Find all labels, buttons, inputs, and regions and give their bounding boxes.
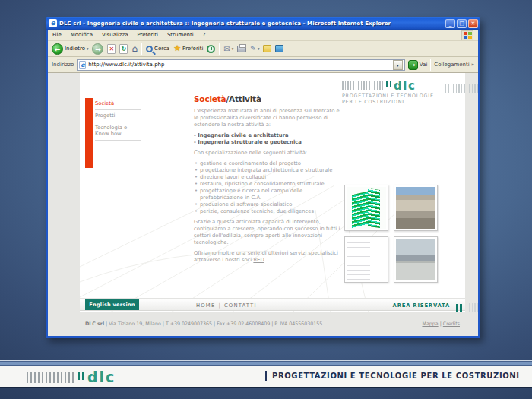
ie-page-icon: e [49,19,57,27]
favorites-label: Preferiti [182,46,203,52]
activity-bold-2: - Ingegneria strutturale e geotecnica [194,139,344,146]
go-label: Vai [420,62,427,68]
sidebar-item-tecnologia[interactable]: Tecnologia e Know how [95,122,141,141]
menubar: File Modifica Visualizza Preferiti Strum… [48,30,478,41]
address-url[interactable]: http://www.dlc.it/attivita.php [88,62,391,68]
page-title: Società/Attività [194,94,344,103]
link-separator: | [218,302,221,309]
list-item: progettazione e ricerca nel campo delle … [194,188,344,201]
activity-bold-1: - Ingegneria civile e architettura [194,132,344,139]
history-button[interactable] [207,45,215,53]
back-button[interactable]: ← Indietro ▾ [52,43,88,55]
browser-viewport: dlc PROGETTAZIONI E TECNOLOGIE PER LE CO… [48,73,478,336]
links-label: Collegamenti [434,62,469,68]
slide-footer-band: dlc PROGETTAZIONI E TECNOLOGIE PER LE CO… [0,366,532,387]
menu-item-preferiti[interactable]: Preferiti [137,32,157,38]
footer-logo-text: dlc [87,372,116,383]
red-link[interactable]: RED [253,257,264,263]
spec-intro: Con specializzazione nelle seguenti atti… [194,150,344,157]
window-title: DLC srl - Ingegneria civile e architettu… [59,21,445,27]
mail-caret-icon: ▾ [232,46,234,51]
minimize-button[interactable]: _ [445,19,455,28]
print-icon [237,46,246,52]
url-page-icon: e [79,61,86,69]
stop-button[interactable]: ✕ [107,44,116,54]
forward-button[interactable]: → [92,43,103,55]
thumbnail-structural-model[interactable] [344,185,388,231]
search-icon [146,46,153,52]
search-button[interactable]: Cerca [146,46,169,52]
links-chevron-icon: » [471,62,474,68]
history-icon [207,45,215,53]
logo-barcode-icon [342,81,385,90]
sidebar-item-societa[interactable]: Società [95,98,141,110]
footer-tagline: PROGETTAZIONI E TECNOLOGIE PER LE COSTRU… [272,372,520,380]
menu-item-help[interactable]: ? [203,32,206,38]
presentation-slide: e DLC srl - Ingegneria civile e architet… [0,0,532,399]
reserved-area-bars-icon [454,301,462,315]
footer-details: | Via Tiziano 19, Milano | T +39 0249007… [106,321,322,326]
messenger-icon [275,45,283,52]
menu-item-strumenti[interactable]: Strumenti [167,32,194,38]
nav-accent-bar [85,98,93,168]
site-tagline-line1: PROGETTAZIONI E TECNOLOGIE [342,93,465,99]
toolbar-separator [141,43,142,55]
address-dropdown-button[interactable]: ▾ [393,60,403,70]
contacts-link[interactable]: CONTATTI [224,302,257,309]
print-button[interactable] [237,46,246,52]
titlebar[interactable]: e DLC srl - Ingegneria civile e architet… [46,17,480,30]
sidebar-item-progetti[interactable]: Progetti [95,110,141,122]
outro-paragraph-2: Offriamo inoltre una serie di ulteriori … [194,250,344,264]
decor-stripes-top-right [445,84,478,93]
decor-stripes-bottom-right [467,303,478,312]
forward-icon: → [92,43,103,55]
thumbnail-building-photo-3[interactable] [394,236,438,283]
search-label: Cerca [154,46,169,52]
refresh-icon: ↻ [119,44,128,54]
credits-link[interactable]: Credits [443,321,460,326]
home-button[interactable]: ⌂ [131,44,138,54]
favorites-star-icon: ★ [173,44,181,53]
close-button[interactable]: ✕ [468,19,478,28]
list-item: gestione e coordinamento del progetto [194,160,344,167]
mail-icon: ✉ [223,45,230,53]
footer-navy-line [0,387,532,388]
thumbnail-building-photo-1[interactable] [394,185,438,231]
list-item: perizie, consulenze tecniche, due dilige… [194,208,344,215]
addressbar-separator [430,59,431,71]
project-thumbnails [344,185,438,283]
discuss-button[interactable] [263,45,271,52]
menu-item-visualizza[interactable]: Visualizza [102,32,128,38]
menu-item-modifica[interactable]: Modifica [71,32,93,38]
home-link[interactable]: HOME [196,302,215,309]
links-toolbar[interactable]: Collegamenti » [434,62,474,68]
go-button[interactable]: → Vai [408,60,427,70]
footer-company: DLC srl [85,321,104,326]
footer-link-separator: | [440,321,442,326]
map-link[interactable]: Mappa [422,321,438,326]
refresh-button[interactable]: ↻ [119,44,128,54]
main-content: Società/Attività L'esperienza maturata i… [194,94,344,268]
reserved-area-link[interactable]: AREA RISERVATA [393,302,450,309]
thumbnail-building-photo-2[interactable] [344,236,388,283]
site-logo-text: dlc [394,81,416,90]
footer-divider [265,371,267,381]
back-caret-icon: ▾ [87,46,89,51]
slide-footer-logo: dlc [27,369,116,383]
mail-button[interactable]: ✉ ▾ [223,45,233,53]
back-label: Indietro [65,46,85,52]
list-item: progettazione integrata architettonica e… [194,167,344,174]
footer-barcode-icon [27,372,75,383]
menu-item-file[interactable]: File [52,32,62,38]
favorites-button[interactable]: ★ Preferiti [173,44,203,53]
messenger-button[interactable] [275,45,283,52]
address-input[interactable]: e http://www.dlc.it/attivita.php ▾ [77,59,405,71]
maximize-button[interactable]: □ [457,19,467,28]
webpage-content-card: dlc PROGETTAZIONI E TECNOLOGIE PER LE CO… [80,73,465,312]
english-version-button[interactable]: English version [85,299,139,310]
windows-logo-icon [461,30,473,40]
specialization-list: gestione e coordinamento del progetto pr… [194,160,344,215]
addressbar: Indirizzo e http://www.dlc.it/attivita.p… [48,57,478,73]
address-label: Indirizzo [52,62,74,68]
edit-button[interactable]: ✎ ▾ [250,45,259,52]
